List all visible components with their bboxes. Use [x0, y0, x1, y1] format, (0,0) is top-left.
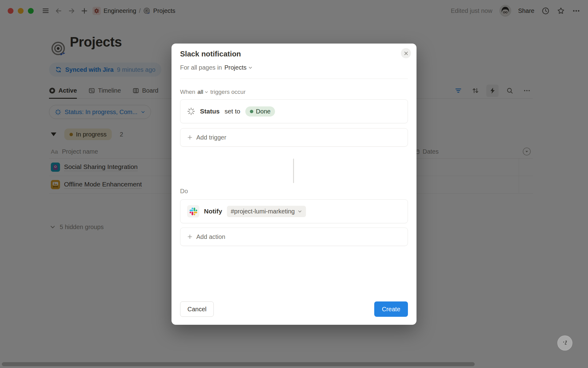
when-prefix: When: [180, 89, 195, 95]
plus-icon: [187, 234, 193, 240]
slack-icon: [187, 205, 199, 217]
action-card[interactable]: Notify #project-lumi-marketing: [180, 199, 408, 223]
chevron-down-icon: [205, 90, 208, 94]
create-button[interactable]: Create: [374, 301, 408, 317]
do-label: Do: [180, 188, 188, 195]
trigger-value-pill[interactable]: Done: [245, 106, 275, 117]
plus-icon: [187, 135, 193, 140]
when-operator: all: [198, 89, 203, 95]
scope-prefix: For all pages in: [180, 64, 222, 71]
add-action-button[interactable]: Add action: [180, 228, 408, 246]
notion-window: Engineering / Projects Edited just now S…: [0, 0, 588, 368]
when-row: When all triggers occur: [180, 89, 246, 95]
chevron-down-icon: [248, 66, 252, 70]
slack-notification-modal: Slack notification For all pages in Proj…: [172, 44, 417, 325]
scope-value: Projects: [224, 64, 247, 71]
action-verb: Notify: [204, 208, 222, 215]
slack-channel-select[interactable]: #project-lumi-marketing: [227, 206, 306, 217]
add-trigger-button[interactable]: Add trigger: [180, 128, 408, 147]
modal-divider: [180, 79, 408, 79]
cancel-button[interactable]: Cancel: [180, 301, 214, 317]
scope-select[interactable]: Projects: [224, 64, 252, 71]
trigger-property: Status: [200, 108, 220, 115]
modal-scope-row: For all pages in Projects: [180, 64, 252, 71]
in-progress-spinner-icon: [187, 107, 195, 115]
modal-title: Slack notification: [180, 50, 241, 58]
done-status-dot: [250, 110, 253, 113]
close-icon[interactable]: [401, 48, 411, 58]
notion-ai-face-button[interactable]: [557, 335, 572, 351]
add-action-label: Add action: [196, 233, 225, 240]
when-operator-select[interactable]: all: [198, 89, 208, 95]
trigger-verb: set to: [224, 108, 240, 115]
chevron-down-icon: [298, 209, 302, 213]
add-trigger-label: Add trigger: [196, 134, 226, 141]
flow-connector: [293, 159, 294, 183]
when-suffix: triggers occur: [210, 89, 246, 95]
trigger-value: Done: [256, 108, 271, 115]
trigger-card[interactable]: Status set to Done: [180, 99, 408, 123]
channel-name: #project-lumi-marketing: [231, 208, 295, 215]
